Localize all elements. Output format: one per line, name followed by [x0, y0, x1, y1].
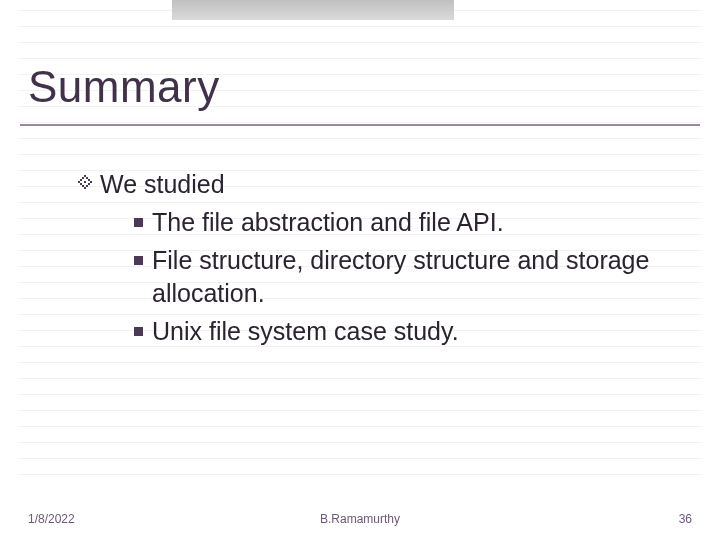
bullet-level2: The file abstraction and file API. [134, 206, 670, 240]
slide-title: Summary [28, 62, 220, 112]
svg-rect-8 [88, 183, 90, 185]
svg-rect-6 [90, 181, 92, 183]
svg-rect-11 [84, 187, 86, 189]
square-bullet-icon [134, 218, 143, 227]
footer-author: B.Ramamurthy [28, 512, 692, 526]
diamond-bullet-icon [78, 175, 92, 189]
bullet-level2: File structure, directory structure and … [134, 244, 670, 312]
svg-rect-9 [82, 185, 84, 187]
bullet-level1: We studied The file abstraction and file… [78, 168, 670, 349]
bullet-level1-text: We studied [100, 170, 225, 198]
svg-rect-0 [84, 175, 86, 177]
slide-footer: 1/8/2022 B.Ramamurthy 36 [28, 512, 692, 526]
bullet-level2-text: The file abstraction and file API. [152, 208, 504, 236]
svg-rect-5 [78, 181, 80, 183]
svg-rect-10 [86, 185, 88, 187]
svg-rect-3 [80, 179, 82, 181]
sublist: The file abstraction and file API. File … [134, 206, 670, 349]
bullet-level2-text: File structure, directory structure and … [152, 246, 649, 308]
slide: Summary [0, 0, 720, 540]
svg-rect-2 [86, 177, 88, 179]
top-shadow-bar [172, 0, 454, 20]
bullet-level2-text: Unix file system case study. [152, 317, 459, 345]
svg-rect-4 [88, 179, 90, 181]
slide-body: We studied The file abstraction and file… [78, 168, 670, 353]
bullet-level2: Unix file system case study. [134, 315, 670, 349]
svg-rect-7 [80, 183, 82, 185]
square-bullet-icon [134, 256, 143, 265]
svg-rect-12 [84, 181, 86, 183]
title-underline [20, 124, 700, 126]
square-bullet-icon [134, 327, 143, 336]
svg-rect-1 [82, 177, 84, 179]
